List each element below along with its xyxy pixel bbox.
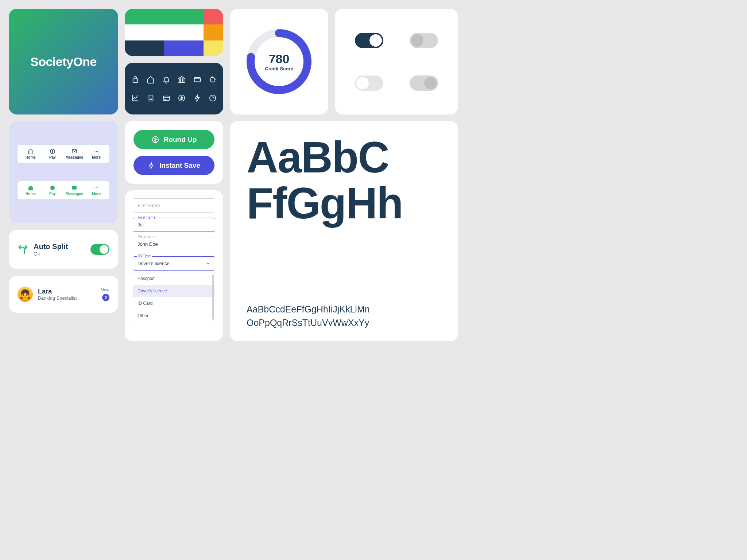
split-icon [18,244,28,255]
option-id-card[interactable]: ID Card [133,297,215,310]
card-icon [193,75,201,83]
svg-rect-6 [72,186,77,189]
chevron-down-icon [205,261,210,266]
nav-label: More [92,155,101,159]
navbar-dark: Home Pay Messages More [18,145,109,163]
mail-icon [71,185,77,191]
toggle-on-grey[interactable] [410,75,438,91]
svg-point-2 [94,151,95,152]
navbar-green: Home Pay Messages More [18,181,109,199]
first-name-field-typing[interactable]: First name Jo| [133,218,215,232]
avatar: 👧 [18,287,33,302]
more-icon [93,148,99,154]
chat-name: Lara [38,288,96,295]
unread-badge: 2 [102,294,109,301]
type-specimen-big2: FfGgHh [247,180,441,226]
chat-timestamp: Now [101,287,109,292]
navbar-showcase: Home Pay Messages More Home [9,121,118,223]
nav-pay[interactable]: Pay [42,185,63,196]
swatch-green [125,9,204,24]
bolt-icon [193,94,201,102]
option-drivers-licence[interactable]: Driver's licence [133,285,215,297]
nav-label: Home [26,155,36,159]
first-name-field-filled[interactable]: First name John Doe [133,237,215,251]
auto-split-card: Auto Split On [9,230,118,269]
nav-label: Pay [49,155,56,159]
forms-card: First name First name Jo| First name Joh… [125,190,223,341]
toggle-off-grey[interactable] [410,33,438,48]
buttons-card: Round Up Instant Save [125,121,223,184]
bolt-icon [148,162,155,169]
home-icon [28,185,34,191]
nav-messages[interactable]: Messages [63,185,85,196]
bell-icon [162,75,170,83]
chat-role: Banking Specialist [38,295,96,301]
nav-more[interactable]: More [85,185,107,196]
svg-rect-13 [163,96,170,100]
toggles-card [335,9,458,114]
nav-label: More [92,192,101,196]
nav-label: Messages [66,192,83,196]
type-specimen-line1: AaBbCcdEeFfGgHhIiJjKkLlMn [247,304,441,315]
type-specimen-line2: OoPpQqRrSsTtUuVvWwXxYy [247,318,441,328]
swatch-navy [125,40,164,56]
nav-label: Pay [49,192,56,196]
nav-pay[interactable]: Pay [42,148,63,159]
first-name-field-empty[interactable]: First name [133,198,215,213]
logo-card: SocietyOne [9,9,118,114]
more-icon [93,185,99,191]
svg-point-12 [210,77,215,82]
dollar-cycle-icon [178,94,186,102]
dollar-cycle-icon [151,136,159,144]
id-type-select[interactable]: ID Type Driver's licence [133,256,215,271]
svg-point-8 [96,187,97,188]
auto-split-title: Auto Split [34,242,85,251]
auto-split-toggle[interactable] [90,244,109,255]
instant-save-button[interactable]: Instant Save [133,156,214,175]
graph-icon [131,94,139,102]
svg-rect-11 [194,77,200,82]
toggle-off-light[interactable] [355,75,383,91]
gauge-icon [209,94,217,102]
field-label: ID Type [137,254,152,258]
chat-card[interactable]: 👧 Lara Banking Specialist Now 2 [9,276,118,313]
svg-point-7 [94,187,95,188]
option-passport[interactable]: Passport [133,272,215,285]
nav-messages[interactable]: Messages [63,148,85,159]
svg-point-3 [96,151,97,152]
swatch-blue [164,40,204,56]
home-icon [147,75,155,83]
credit-score-label: Credit Score [265,66,293,71]
brand-logo: SocietyOne [30,55,97,69]
field-value: John Doe [138,241,158,247]
round-up-button[interactable]: Round Up [133,130,214,149]
credit-score-card: 780 Credit Score [230,9,328,114]
lock-icon [131,75,139,83]
nav-more[interactable]: More [85,148,107,159]
field-label: First name [137,215,157,219]
swatch-white [125,24,204,40]
icon-tray [125,63,223,114]
credit-score-value: 780 [269,52,290,66]
bank-icon [178,75,186,83]
svg-point-5 [50,186,55,190]
button-label: Round Up [164,136,197,144]
toggle-on-navy[interactable] [355,33,383,48]
swatch-orange [204,24,223,40]
option-other[interactable]: Other [133,310,215,322]
nav-home[interactable]: Home [20,185,42,196]
select-value: Driver's licence [138,261,170,266]
doc-icon [147,94,155,102]
nav-label: Home [26,192,36,196]
piggy-icon [209,75,217,83]
svg-point-4 [97,151,98,152]
home-icon [28,148,34,154]
typography-card: AaBbC FfGgHh AaBbCcdEeFfGgHhIiJjKkLlMn O… [230,121,458,341]
scrollbar[interactable] [212,275,214,320]
field-label: First name [137,235,157,239]
nav-label: Messages [66,155,83,159]
nav-home[interactable]: Home [20,148,42,159]
id-type-dropdown: Passport Driver's licence ID Card Other [133,272,215,322]
type-specimen-big1: AaBbC [247,134,441,180]
swatch-yellow [204,40,223,56]
